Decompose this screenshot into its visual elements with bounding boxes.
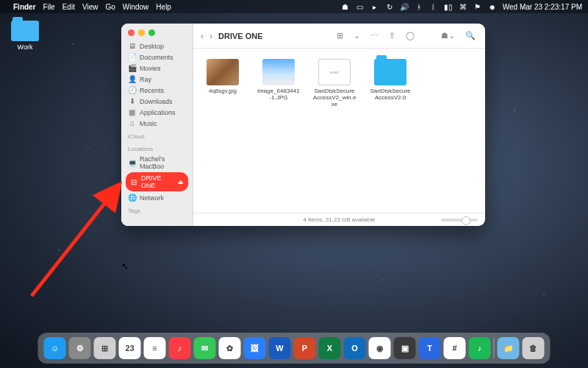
control-center-icon[interactable]: ⌘ (459, 3, 467, 11)
file-item[interactable]: SanDiskSecureAccessV2.0 (368, 59, 412, 102)
back-button[interactable]: ‹ (201, 31, 204, 41)
user-icon[interactable]: ☻ (488, 3, 497, 11)
file-item[interactable]: 4q8sgv.jpg (201, 59, 245, 95)
sidebar-item-icon: 📄 (128, 53, 136, 61)
dock-slack[interactable]: # (444, 337, 466, 359)
sidebar-header-locations: Locations (121, 141, 193, 154)
sidebar-item-desktop[interactable]: 🖥Desktop (121, 40, 193, 52)
icon-size-slider[interactable] (441, 219, 478, 222)
dock-word[interactable]: W (269, 337, 291, 359)
window-controls (121, 24, 193, 40)
location-label: DRIVE ONE (141, 174, 174, 189)
minimize-button[interactable] (138, 29, 145, 36)
action-icon[interactable]: ⋯ (368, 31, 381, 40)
status-text: 4 items, 31.23 GB available (304, 216, 376, 223)
dock-settings[interactable]: ⚙ (69, 337, 91, 359)
forward-button[interactable]: › (209, 31, 212, 41)
menu-go[interactable]: Go (105, 3, 115, 11)
sidebar-item-movies[interactable]: 🎬Movies (121, 63, 193, 74)
finder-toolbar: ‹ › DRIVE ONE ⊞ ⌄ ⋯ ⇧ ◯ ☗⌄ 🔍 (193, 24, 485, 49)
dock-messages[interactable]: ✉ (194, 337, 216, 359)
dock-app-glyph: X (327, 344, 332, 353)
window-title: DRIVE ONE (218, 32, 263, 40)
location-label: Rachel's MacBoo (140, 155, 186, 170)
file-item[interactable]: image_6483441-1.JPG (257, 59, 301, 102)
dock-finder[interactable]: ☺ (44, 337, 66, 359)
dock-app-glyph: W (276, 344, 283, 353)
sidebar-item-recents[interactable]: 🕘Recents (121, 85, 193, 96)
desktop-folder-work[interactable]: Work (7, 21, 43, 51)
app-menu[interactable]: Finder (13, 3, 36, 11)
play-icon[interactable]: ▸ (370, 3, 379, 11)
sidebar-item-ray[interactable]: 👤Ray (121, 74, 193, 85)
sidebar-item-icon: ▦ (128, 108, 136, 116)
view-grid-icon[interactable]: ⊞ (334, 31, 345, 40)
dock-app1[interactable]: ▣ (394, 337, 416, 359)
dock-app-glyph: ♪ (478, 344, 482, 353)
display-icon[interactable]: ▭ (356, 3, 365, 11)
dock-app-glyph: ◉ (376, 344, 384, 353)
dock-folder[interactable]: 📁 (498, 337, 520, 359)
location-icon: 💻 (128, 159, 136, 167)
dock-photos[interactable]: ✿ (219, 337, 241, 359)
dropbox-toolbar-icon[interactable]: ☗⌄ (439, 31, 457, 40)
dock-chrome[interactable]: ◉ (369, 337, 391, 359)
sidebar-item-documents[interactable]: 📄Documents (121, 52, 193, 63)
menu-file[interactable]: File (43, 3, 55, 11)
dock-app-glyph: ⊞ (101, 344, 108, 353)
eject-icon[interactable]: ⏏ (178, 179, 184, 185)
menu-window[interactable]: Window (123, 3, 149, 11)
sidebar-location-network[interactable]: 🌐Network (121, 192, 193, 203)
menu-edit[interactable]: Edit (62, 3, 75, 11)
dock-reminders[interactable]: ≡ (144, 337, 166, 359)
sidebar-location-rachel-s-macboo[interactable]: 💻Rachel's MacBoo (121, 154, 193, 171)
sidebar-item-label: Music (140, 120, 157, 127)
menu-view[interactable]: View (82, 3, 98, 11)
file-name: 4q8sgv.jpg (201, 88, 245, 95)
dock-music[interactable]: ♪ (169, 337, 191, 359)
dock-app-glyph: ⚙ (76, 344, 84, 353)
dock-terminal[interactable]: T (419, 337, 441, 359)
dock-trash[interactable]: 🗑 (523, 337, 545, 359)
sidebar-item-icon: 🎬 (128, 64, 136, 72)
dock-launchpad[interactable]: ⊞ (94, 337, 116, 359)
tag-icon[interactable]: ◯ (404, 31, 417, 40)
close-button[interactable] (128, 29, 135, 36)
clock[interactable]: Wed Mar 23 2:23:17 PM (503, 3, 582, 11)
search-icon[interactable]: 🔍 (463, 31, 478, 40)
sidebar-item-label: Ray (140, 76, 151, 83)
volume-icon[interactable]: 🔊 (400, 3, 409, 11)
dock-app-glyph: 🖼 (251, 344, 259, 353)
sidebar-item-label: Applications (140, 109, 176, 116)
file-thumb (318, 59, 351, 85)
file-grid[interactable]: 4q8sgv.jpgimage_6483441-1.JPGSanDiskSecu… (193, 49, 485, 213)
dock-calendar[interactable]: 23 (119, 337, 141, 359)
sidebar-item-applications[interactable]: ▦Applications (121, 107, 193, 118)
group-icon[interactable]: ⌄ (351, 31, 362, 40)
location-icon: 🌐 (128, 194, 136, 202)
bluetooth-icon[interactable]: ᚼ (415, 3, 423, 11)
sidebar-item-music[interactable]: ♫Music (121, 118, 193, 129)
dock-powerpoint[interactable]: P (294, 337, 316, 359)
dock-excel[interactable]: X (319, 337, 341, 359)
wifi-icon[interactable]: ⧙ (429, 3, 438, 11)
location-icon: ⊟ (130, 178, 137, 186)
share-icon[interactable]: ⇧ (387, 31, 398, 40)
menu-help[interactable]: Help (156, 3, 171, 11)
sidebar-item-icon: 🕘 (128, 86, 136, 94)
sidebar-item-downloads[interactable]: ⬇Downloads (121, 96, 193, 107)
zoom-button[interactable] (148, 29, 155, 36)
finder-main: ‹ › DRIVE ONE ⊞ ⌄ ⋯ ⇧ ◯ ☗⌄ 🔍 4q8sgv.jpgi… (193, 24, 485, 226)
sidebar-location-drive-one[interactable]: ⊟DRIVE ONE⏏ (126, 172, 188, 191)
sync-icon[interactable]: ↻ (385, 3, 394, 11)
dock-spotify[interactable]: ♪ (469, 337, 491, 359)
flag-icon[interactable]: ⚑ (473, 3, 482, 11)
dock-preview[interactable]: 🖼 (244, 337, 266, 359)
sidebar-item-icon: ♫ (128, 119, 136, 127)
battery-icon[interactable]: ▮▯ (444, 3, 453, 11)
file-item[interactable]: SanDiskSecureAccessV2_win.exe (312, 59, 356, 107)
dropbox-icon[interactable]: ☗ (341, 3, 350, 11)
file-thumb (374, 59, 406, 85)
sidebar-item-label: Desktop (140, 43, 164, 50)
dock-outlook[interactable]: O (344, 337, 366, 359)
